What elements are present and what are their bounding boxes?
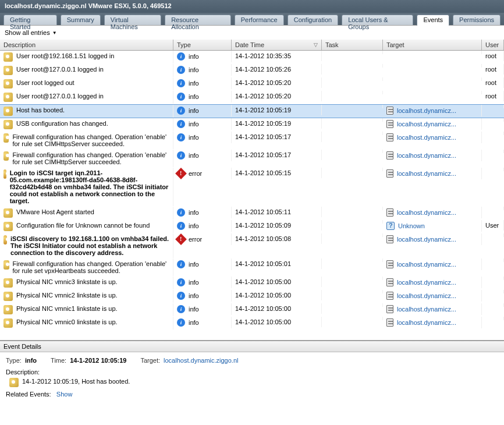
event-type: error: [189, 236, 202, 243]
event-target: localhost.dynamicz...: [383, 258, 482, 270]
event-description: Physical NIC vmnic3 linkstate is up.: [16, 278, 118, 285]
details-type-key: Type:: [6, 357, 22, 364]
info-icon: i: [177, 79, 185, 87]
event-row[interactable]: User root@127.0.0.1 logged iniinfo14-1-2…: [0, 91, 504, 104]
event-user: [482, 132, 504, 135]
event-datetime: 14-1-2012 10:05:09: [232, 220, 322, 231]
event-user: root: [482, 77, 504, 88]
col-header-datetime[interactable]: Date Time▽: [232, 40, 322, 50]
event-description: Firewall configuration has changed. Oper…: [12, 151, 169, 165]
details-target-link[interactable]: localhost.dynamic.ziggo.nl: [164, 357, 238, 364]
event-task: [322, 233, 383, 237]
col-header-description[interactable]: Description: [0, 40, 173, 50]
event-row[interactable]: Firewall configuration has changed. Oper…: [0, 258, 504, 277]
event-icon: [3, 107, 13, 116]
event-row[interactable]: Physical NIC vmnic2 linkstate is up.iinf…: [0, 290, 504, 303]
details-related-key: Related Events:: [6, 391, 51, 398]
event-task: [322, 105, 383, 108]
host-icon: [386, 107, 393, 115]
host-icon: [386, 169, 393, 178]
event-row[interactable]: VMware Host Agent startediinfo14-1-2012 …: [0, 207, 504, 220]
event-task: [322, 77, 383, 81]
event-icon: [9, 378, 19, 387]
target-link[interactable]: localhost.dynamicz...: [397, 152, 456, 159]
tab-getting-started[interactable]: Getting Started: [3, 15, 57, 25]
event-description: Firewall configuration has changed. Oper…: [13, 260, 169, 274]
event-description: User root logged out: [16, 79, 74, 86]
target-link[interactable]: localhost.dynamicz...: [397, 279, 456, 286]
event-datetime: 14-1-2012 10:05:17: [232, 132, 322, 142]
event-user: root: [482, 64, 504, 75]
error-icon: !: [175, 233, 187, 245]
col-header-target[interactable]: Target: [383, 40, 482, 50]
event-type: info: [189, 306, 199, 313]
event-user: root: [482, 91, 504, 101]
tab-configuration[interactable]: Configuration: [288, 15, 338, 25]
info-icon: i: [177, 107, 185, 115]
target-link[interactable]: localhost.dynamicz...: [397, 319, 456, 326]
tab-virtual-machines[interactable]: Virtual Machines: [104, 15, 161, 25]
event-type: info: [189, 319, 199, 326]
event-row[interactable]: Firewall configuration has changed. Oper…: [0, 150, 504, 168]
event-target: [383, 51, 482, 54]
tab-resource-allocation[interactable]: Resource Allocation: [165, 15, 231, 25]
target-link[interactable]: localhost.dynamicz...: [397, 134, 456, 141]
details-time-key: Time:: [51, 357, 66, 364]
event-row[interactable]: Login to iSCSI target iqn.2011-05.com.ex…: [0, 168, 504, 207]
event-row[interactable]: User root@192.168.1.51 logged iniinfo14-…: [0, 51, 504, 64]
tab-summary[interactable]: Summary: [61, 15, 101, 25]
event-row[interactable]: Host has booted.iinfo14-1-2012 10:05:19l…: [0, 104, 504, 118]
target-link[interactable]: localhost.dynamicz...: [397, 107, 456, 114]
target-link[interactable]: localhost.dynamicz...: [397, 170, 456, 177]
event-row[interactable]: iSCSI discovery to 192.168.1.100 on vmhb…: [0, 233, 504, 258]
event-description: iSCSI discovery to 192.168.1.100 on vmhb…: [10, 235, 169, 256]
event-row[interactable]: Firewall configuration has changed. Oper…: [0, 132, 504, 150]
target-link[interactable]: localhost.dynamicz...: [397, 306, 456, 313]
event-type: error: [189, 170, 202, 177]
target-link[interactable]: localhost.dynamicz...: [397, 236, 456, 243]
event-row[interactable]: Physical NIC vmnic0 linkstate is up.iinf…: [0, 317, 504, 330]
event-user: [482, 150, 504, 153]
event-task: [322, 91, 383, 94]
event-description: USB configuration has changed.: [16, 120, 108, 127]
col-header-type[interactable]: Type: [173, 40, 232, 50]
event-row[interactable]: Physical NIC vmnic1 linkstate is up.iinf…: [0, 303, 504, 317]
event-icon: [3, 169, 6, 179]
event-row[interactable]: USB configuration has changed.iinfo14-1-…: [0, 118, 504, 132]
target-link[interactable]: localhost.dynamicz...: [397, 261, 456, 268]
host-icon: [386, 278, 393, 286]
event-row[interactable]: Configuration file for Unknown cannot be…: [0, 220, 504, 233]
event-icon: [3, 278, 13, 288]
target-link[interactable]: localhost.dynamicz...: [397, 209, 456, 216]
host-icon: [386, 318, 393, 327]
event-row[interactable]: Physical NIC vmnic3 linkstate is up.iinf…: [0, 277, 504, 290]
event-target: localhost.dynamicz...: [383, 290, 482, 302]
host-icon: [386, 260, 393, 268]
info-icon: i: [177, 93, 185, 101]
target-link[interactable]: Unknown: [398, 222, 425, 229]
event-description: User root@127.0.0.1 logged in: [16, 93, 104, 100]
event-icon: [3, 151, 9, 161]
tab-events[interactable]: Events: [417, 15, 449, 26]
tab-permissions[interactable]: Permissions: [453, 15, 501, 25]
col-header-user[interactable]: User: [482, 40, 504, 50]
tab-performance[interactable]: Performance: [235, 15, 284, 25]
event-icon: [3, 79, 13, 88]
events-grid[interactable]: User root@192.168.1.51 logged iniinfo14-…: [0, 51, 504, 341]
target-link[interactable]: localhost.dynamicz...: [397, 121, 456, 128]
event-row[interactable]: User root@127.0.0.1 logged iniinfo14-1-2…: [0, 64, 504, 77]
event-row[interactable]: User root logged outiinfo14-1-2012 10:05…: [0, 77, 504, 91]
details-related-show-link[interactable]: Show: [56, 391, 73, 398]
tab-local-users-groups[interactable]: Local Users & Groups: [342, 15, 413, 25]
event-type: info: [189, 222, 199, 229]
chevron-down-icon[interactable]: ▼: [52, 30, 57, 36]
event-description: Configuration file for Unknown cannot be…: [16, 222, 150, 229]
details-type-value: info: [25, 357, 37, 364]
event-type: info: [189, 121, 199, 128]
event-target: localhost.dynamicz...: [383, 233, 482, 245]
col-header-task[interactable]: Task: [322, 40, 383, 50]
target-link[interactable]: localhost.dynamicz...: [397, 292, 456, 299]
event-description: Physical NIC vmnic0 linkstate is up.: [16, 318, 118, 325]
host-icon: [386, 305, 393, 313]
event-type: info: [189, 209, 199, 216]
